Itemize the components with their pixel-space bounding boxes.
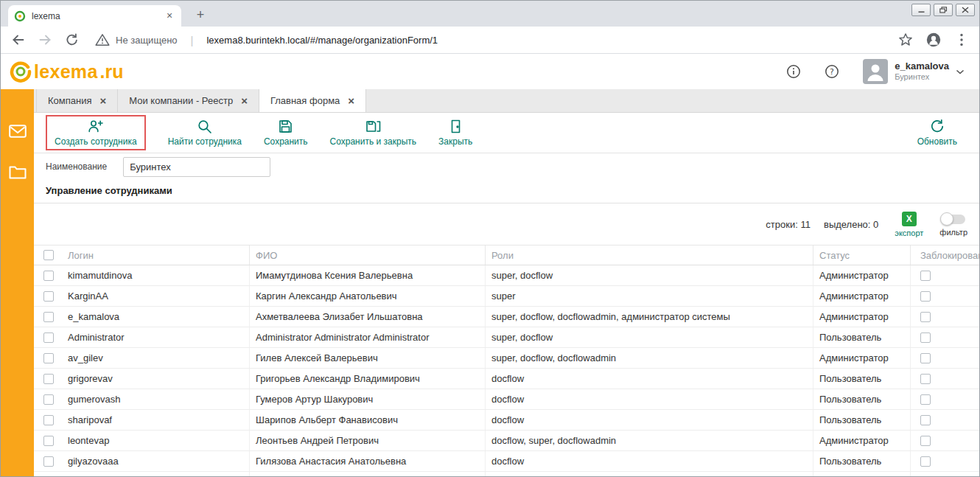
tab-close-icon[interactable]: ×	[241, 95, 248, 106]
cell-fio: Гумеров Артур Шакурович	[250, 389, 486, 409]
main-content: Компания × Мои компании - Реестр × Главн…	[34, 89, 980, 477]
table-row[interactable]: leontevap Леонтьев Андрей Петрович docfl…	[34, 431, 980, 451]
table-row[interactable]: gilyazovaaa Гилязова Анастасия Анатольев…	[34, 451, 980, 472]
info-icon[interactable]	[786, 64, 801, 79]
browser-profile-avatar[interactable]	[926, 32, 941, 47]
lexema-logo-icon	[10, 60, 32, 83]
rows-count-label: строки:	[766, 219, 797, 230]
forward-icon[interactable]	[38, 32, 52, 47]
url-text[interactable]: lexema8.burintekh.local/#/manage/organiz…	[206, 35, 886, 46]
restore-button[interactable]	[934, 4, 953, 16]
browser-tab[interactable]: lexema ×	[8, 5, 181, 27]
column-header-status[interactable]: Статус	[813, 246, 911, 265]
column-header-blocked[interactable]: Заблокирован	[911, 246, 980, 265]
cell-login: KarginAA	[62, 286, 250, 306]
column-header-fio[interactable]: ФИО	[250, 246, 486, 265]
cell-status: Пользователь	[813, 369, 911, 389]
row-checkbox[interactable]	[43, 394, 54, 405]
blocked-checkbox[interactable]	[920, 415, 931, 425]
column-header-roles[interactable]: Роли	[486, 246, 813, 265]
cell-fio: Ахметвалеева Элизабет Ильшатовна	[250, 307, 486, 327]
refresh-button[interactable]: Обновить	[917, 119, 957, 147]
row-checkbox[interactable]	[43, 312, 54, 322]
blocked-checkbox[interactable]	[920, 271, 931, 281]
select-all-checkbox[interactable]	[43, 250, 54, 260]
blocked-checkbox[interactable]	[920, 353, 931, 363]
table-row[interactable]: KarginAA Каргин Александр Анатольевич su…	[34, 286, 980, 307]
filter-toggle[interactable]	[942, 215, 965, 224]
folder-icon[interactable]	[9, 165, 27, 179]
blocked-checkbox[interactable]	[920, 374, 931, 384]
blocked-checkbox[interactable]	[920, 291, 931, 302]
selected-count-value: 0	[873, 219, 878, 230]
row-check-cell	[34, 410, 62, 430]
export-button[interactable]: X экспорт	[895, 212, 923, 237]
row-checkbox[interactable]	[43, 332, 54, 343]
tab-company[interactable]: Компания ×	[36, 89, 118, 112]
cell-fio: Administrator Administrator Administrato…	[250, 327, 486, 347]
bookmark-star-icon[interactable]	[898, 32, 913, 47]
cell-blocked	[911, 451, 980, 471]
reload-icon[interactable]	[64, 32, 79, 47]
table-row[interactable]: gumerovash Гумеров Артур Шакурович docfl…	[34, 389, 980, 410]
security-chip[interactable]: Не защищено	[95, 33, 178, 46]
user-menu[interactable]: e_kamalova Буринтех	[863, 59, 965, 84]
table-row[interactable]: kimamutdinova Имамутдинова Ксения Валерь…	[34, 265, 980, 286]
minimize-button[interactable]	[911, 4, 931, 16]
blocked-checkbox[interactable]	[920, 332, 931, 343]
cell-login: av_gilev	[62, 348, 250, 368]
lexema-logo[interactable]: lexema.ru	[10, 60, 124, 83]
row-checkbox[interactable]	[43, 291, 54, 302]
tab-close-icon[interactable]: ×	[164, 10, 175, 22]
tab-my-companies-registry[interactable]: Мои компании - Реестр ×	[118, 89, 259, 112]
table-row[interactable]: e_kamalova Ахметвалеева Элизабет Ильшато…	[34, 307, 980, 327]
cell-login: Administrator	[62, 327, 250, 347]
tab-label: Компания	[48, 95, 92, 106]
cell-roles: docflow	[486, 369, 813, 389]
blocked-checkbox[interactable]	[920, 456, 931, 467]
person-plus-icon	[88, 119, 103, 134]
blocked-checkbox[interactable]	[920, 394, 931, 405]
column-header-login[interactable]: Логин	[62, 246, 250, 265]
grid-counters: строки: 11 выделено: 0	[766, 219, 878, 230]
close-window-button[interactable]	[956, 4, 975, 16]
find-employee-button[interactable]: Найти сотрудника	[168, 119, 242, 147]
row-checkbox[interactable]	[43, 415, 54, 425]
row-checkbox[interactable]	[43, 353, 54, 363]
user-org: Буринтех	[895, 72, 949, 83]
back-icon[interactable]	[11, 32, 26, 47]
cell-status: Администратор	[813, 307, 911, 327]
create-employee-button[interactable]: Создать сотрудника	[55, 119, 137, 147]
blocked-checkbox[interactable]	[920, 312, 931, 322]
cell-login: meshkoveg	[62, 472, 250, 477]
browser-menu-icon[interactable]	[954, 32, 969, 47]
mail-icon[interactable]	[9, 125, 27, 138]
tab-close-icon[interactable]: ×	[100, 95, 107, 106]
table-row[interactable]: grigorevav Григорьев Александр Владимиро…	[34, 369, 980, 389]
save-button[interactable]: Сохранить	[264, 119, 308, 147]
blocked-checkbox[interactable]	[920, 436, 931, 446]
tab-close-icon[interactable]: ×	[348, 95, 354, 106]
table-row[interactable]: Administrator Administrator Administrato…	[34, 327, 980, 348]
save-label: Сохранить	[264, 136, 308, 147]
table-row[interactable]: meshkoveg Мешков Егор Григорьевич docflo…	[34, 472, 980, 477]
row-check-cell	[34, 307, 62, 327]
new-tab-button[interactable]: +	[191, 6, 210, 24]
close-form-button[interactable]: Закрыть	[438, 119, 472, 147]
table-row[interactable]: av_gilev Гилев Алексей Валерьевич super,…	[34, 348, 980, 369]
row-checkbox[interactable]	[43, 456, 54, 467]
save-and-close-button[interactable]: Сохранить и закрыть	[330, 119, 416, 147]
row-checkbox[interactable]	[43, 436, 54, 446]
row-checkbox[interactable]	[43, 374, 54, 384]
table-row[interactable]: sharipovaf Шарипов Альберт Фанависович d…	[34, 410, 980, 431]
form-toolbar: Создать сотрудника Найти сотрудника Сохр…	[34, 113, 980, 153]
cell-fio: Шарипов Альберт Фанависович	[250, 410, 486, 430]
selected-count-label: выделено:	[824, 219, 870, 230]
row-check-cell	[34, 431, 62, 450]
name-input[interactable]	[123, 157, 270, 177]
tab-main-form[interactable]: Главная форма ×	[259, 89, 366, 112]
window-controls	[911, 4, 975, 16]
row-checkbox[interactable]	[43, 271, 54, 281]
cell-fio: Имамутдинова Ксения Валерьевна	[250, 265, 486, 285]
help-icon[interactable]: ?	[825, 64, 839, 79]
